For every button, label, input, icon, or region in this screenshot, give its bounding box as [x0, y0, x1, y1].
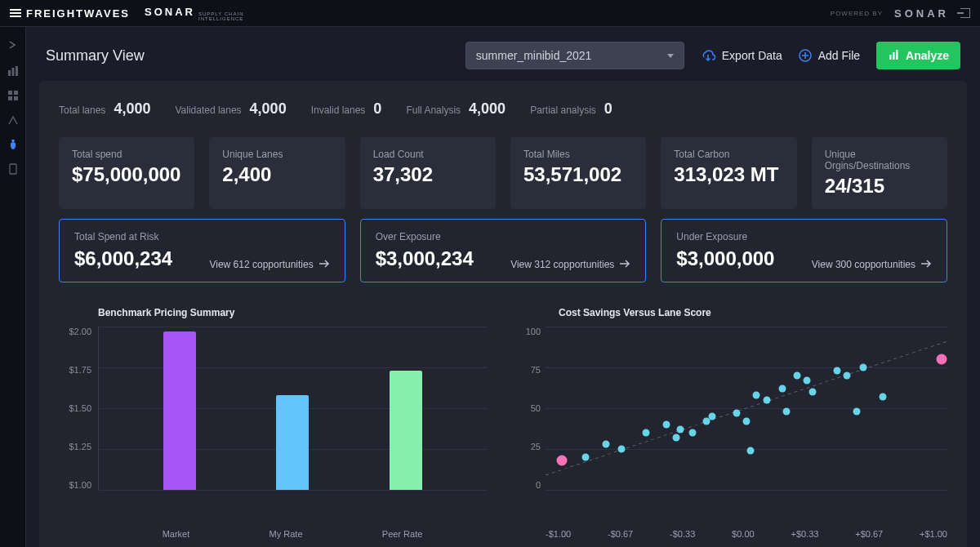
risk-view-link[interactable]: View 312 copportunities — [510, 259, 630, 270]
arrow-right-icon — [619, 259, 630, 270]
metric-value: 24/315 — [825, 175, 934, 198]
risk-value: $3,000,000 — [676, 247, 774, 270]
metric-label: Unique Lanes — [222, 149, 332, 160]
stat-label: Validated lanes — [175, 105, 241, 116]
nav-document-icon[interactable] — [7, 162, 20, 176]
data-point[interactable] — [809, 389, 817, 396]
y-tick: 25 — [531, 442, 541, 451]
scatter-y-axis: 1007550250 — [519, 327, 546, 490]
data-point[interactable] — [676, 426, 684, 434]
lane-stat: Full Analysis4,000 — [406, 100, 506, 118]
lane-stat: Partial analysis0 — [530, 100, 612, 118]
svg-rect-6 — [14, 96, 18, 100]
data-point[interactable] — [936, 354, 947, 365]
risk-card: Under Exposure$3,000,000View 300 copport… — [661, 219, 947, 282]
data-point[interactable] — [688, 429, 696, 437]
data-point[interactable] — [783, 408, 791, 416]
data-point[interactable] — [672, 434, 679, 442]
x-tick: -$0.33 — [670, 529, 695, 539]
x-tick: +$0.67 — [855, 529, 883, 539]
data-point[interactable] — [859, 364, 866, 371]
metric-label: Total Carbon — [674, 149, 783, 160]
bar[interactable] — [390, 371, 422, 490]
topbar-right: POWERED BY SONAR — [831, 7, 970, 20]
freightwaves-logo[interactable]: FREIGHTWAVES — [10, 7, 130, 20]
data-point[interactable] — [643, 429, 650, 437]
bar-y-axis: $2.00$1.75$1.50$1.25$1.00 — [59, 327, 98, 490]
data-point[interactable] — [618, 446, 626, 453]
data-point[interactable] — [853, 408, 861, 416]
risk-value: $3,000,234 — [376, 247, 474, 270]
chart-row: Benchmark Pricing Summary $2.00$1.75$1.5… — [59, 307, 947, 539]
risk-view-link[interactable]: View 300 copportunities — [812, 259, 932, 270]
export-data-button[interactable]: Export Data — [701, 49, 782, 62]
data-point[interactable] — [746, 447, 754, 455]
logout-icon[interactable] — [960, 8, 970, 18]
nav-routes-icon[interactable] — [7, 113, 20, 127]
cloud-download-icon — [701, 50, 715, 61]
y-tick: $2.00 — [69, 327, 91, 336]
x-tick: $0.00 — [732, 529, 755, 539]
data-point[interactable] — [833, 367, 840, 375]
analyze-label: Analyze — [906, 49, 949, 62]
stat-value: 4,000 — [469, 100, 506, 118]
summary-card: Total lanes4,000Validated lanes4,000Inva… — [39, 81, 967, 547]
data-point[interactable] — [880, 394, 887, 401]
data-point[interactable] — [709, 413, 716, 420]
sonar-logo[interactable]: SONAR SUPPLY CHAIN INTELLIGENCE — [145, 6, 243, 21]
export-label: Export Data — [722, 49, 782, 62]
stat-value: 0 — [604, 100, 612, 118]
add-file-button[interactable]: Add File — [799, 49, 860, 62]
y-tick: 75 — [531, 365, 541, 375]
file-selector[interactable]: summer_minibid_2021 — [466, 42, 684, 69]
chart-bar-icon — [888, 49, 899, 63]
data-point[interactable] — [602, 441, 609, 448]
metric-card: Total Miles53,571,002 — [510, 137, 646, 209]
metric-label: Total Miles — [523, 149, 633, 160]
data-point[interactable] — [662, 421, 670, 429]
lane-stat: Total lanes4,000 — [59, 100, 150, 118]
data-point[interactable] — [753, 392, 760, 399]
stat-label: Total lanes — [59, 105, 105, 116]
svg-rect-10 — [893, 52, 895, 60]
data-point[interactable] — [763, 397, 770, 404]
analyze-button[interactable]: Analyze — [876, 42, 960, 69]
nav-grid-icon[interactable] — [7, 89, 20, 102]
trendline — [546, 327, 947, 490]
scatter-chart: Cost Savings Versus Lane Score 100755025… — [519, 307, 947, 539]
bar-plot-area — [98, 327, 487, 490]
sidebar-expand-icon[interactable] — [8, 38, 18, 53]
data-point[interactable] — [743, 418, 751, 425]
risk-card: Over Exposure$3,000,234View 312 copportu… — [360, 219, 647, 282]
metric-label: Total spend — [72, 149, 181, 160]
nav-analysis-icon[interactable] — [7, 138, 20, 151]
data-point[interactable] — [844, 372, 851, 380]
svg-rect-0 — [8, 70, 11, 76]
risk-view-link[interactable]: View 612 copportunities — [209, 259, 329, 270]
benchmark-chart: Benchmark Pricing Summary $2.00$1.75$1.5… — [59, 307, 487, 539]
top-bar: FREIGHTWAVES SONAR SUPPLY CHAIN INTELLIG… — [0, 0, 980, 27]
plus-circle-icon — [799, 49, 812, 62]
data-point[interactable] — [793, 372, 800, 380]
metric-card: Load Count37,302 — [360, 137, 496, 209]
add-file-label: Add File — [818, 49, 860, 62]
data-point[interactable] — [733, 410, 740, 417]
data-point[interactable] — [556, 456, 567, 466]
metric-label: Load Count — [373, 149, 483, 160]
x-tick: -$0.67 — [608, 529, 633, 539]
risk-label: Total Spend at Risk — [74, 231, 172, 242]
data-point[interactable] — [779, 385, 786, 393]
lane-stat: Validated lanes4,000 — [175, 100, 286, 118]
stat-value: 4,000 — [250, 100, 287, 118]
data-point[interactable] — [803, 377, 810, 385]
data-point[interactable] — [582, 454, 590, 461]
sonar-brand-right: SONAR — [894, 7, 949, 20]
svg-rect-5 — [8, 96, 12, 100]
metric-label: Unique Orgins/Destinations — [825, 149, 934, 171]
nav-dashboard-icon[interactable] — [7, 64, 20, 78]
metric-value: 37,302 — [373, 163, 483, 186]
bars-icon — [10, 9, 21, 17]
risk-cards-row: Total Spend at Risk$6,000,234View 612 co… — [59, 219, 947, 282]
bar[interactable] — [276, 395, 309, 490]
bar[interactable] — [163, 331, 196, 490]
